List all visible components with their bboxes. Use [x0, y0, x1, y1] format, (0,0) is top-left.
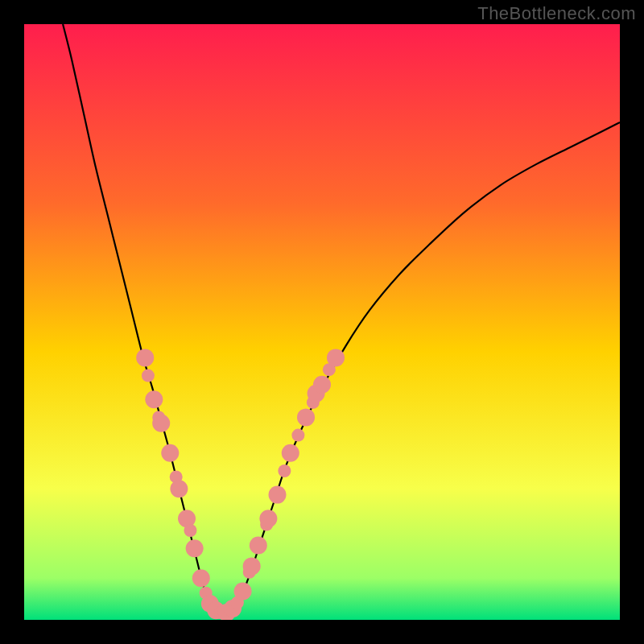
highlight-dot [145, 390, 163, 408]
highlight-dot [136, 349, 154, 366]
highlight-dot [291, 429, 304, 442]
highlight-dot [161, 444, 179, 462]
highlight-dot [313, 376, 331, 394]
highlight-dot [269, 486, 287, 504]
bottleneck-chart [0, 0, 644, 644]
highlight-dot [297, 408, 315, 426]
highlight-dot [278, 464, 291, 477]
plot-area [24, 24, 620, 621]
highlight-dot [259, 510, 277, 527]
highlight-dot [327, 349, 345, 366]
gradient-background [24, 24, 620, 620]
highlight-dot [282, 444, 299, 462]
highlight-dot [170, 480, 188, 497]
highlight-dot [142, 369, 155, 382]
highlight-dot [250, 537, 267, 555]
highlight-dot [186, 539, 204, 557]
highlight-dot [184, 524, 196, 537]
chart-container: TheBottleneck.com [0, 0, 644, 644]
highlight-dot [192, 569, 210, 587]
highlight-dot [152, 415, 170, 432]
highlight-dot [243, 557, 261, 575]
highlight-dot [234, 582, 252, 600]
